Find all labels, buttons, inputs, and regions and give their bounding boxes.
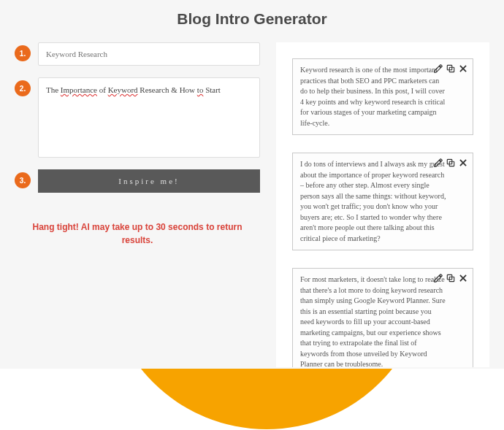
close-icon[interactable] bbox=[458, 158, 468, 168]
result-card: I do tons of interviews and I always ask… bbox=[292, 153, 473, 250]
copy-icon[interactable] bbox=[446, 158, 456, 168]
edit-icon[interactable] bbox=[433, 64, 443, 74]
step-badge-3: 3. bbox=[15, 172, 31, 188]
topic-textarea[interactable]: The Importance of Keyword Research & How… bbox=[38, 77, 260, 158]
close-icon[interactable] bbox=[458, 273, 468, 283]
result-card: Keyword research is one of the most impo… bbox=[292, 58, 473, 135]
result-text: Keyword research is one of the most impo… bbox=[300, 65, 446, 128]
edit-icon[interactable] bbox=[433, 158, 443, 168]
wait-note: Hang tight! AI may take up to 30 seconds… bbox=[15, 220, 260, 247]
result-actions bbox=[433, 158, 468, 168]
result-actions bbox=[433, 273, 468, 283]
results-column: Keyword research is one of the most impo… bbox=[276, 42, 489, 367]
close-icon[interactable] bbox=[458, 64, 468, 74]
result-card: For most marketers, it doesn't take long… bbox=[292, 268, 473, 367]
result-text: I do tons of interviews and I always ask… bbox=[300, 159, 446, 244]
copy-icon[interactable] bbox=[446, 273, 456, 283]
edit-icon[interactable] bbox=[433, 273, 443, 283]
input-column: 1. 2. The Importance of Keyword Research… bbox=[15, 42, 260, 367]
result-actions bbox=[433, 64, 468, 74]
inspire-button[interactable]: Inspire me! bbox=[38, 169, 260, 193]
copy-icon[interactable] bbox=[446, 64, 456, 74]
step-badge-1: 1. bbox=[15, 45, 31, 61]
result-text: For most marketers, it doesn't take long… bbox=[300, 274, 446, 367]
keyword-input[interactable] bbox=[38, 42, 260, 66]
step-badge-2: 2. bbox=[15, 80, 31, 96]
app-panel: Blog Intro Generator 1. 2. The Importanc… bbox=[0, 0, 504, 369]
page-title: Blog Intro Generator bbox=[0, 0, 504, 28]
